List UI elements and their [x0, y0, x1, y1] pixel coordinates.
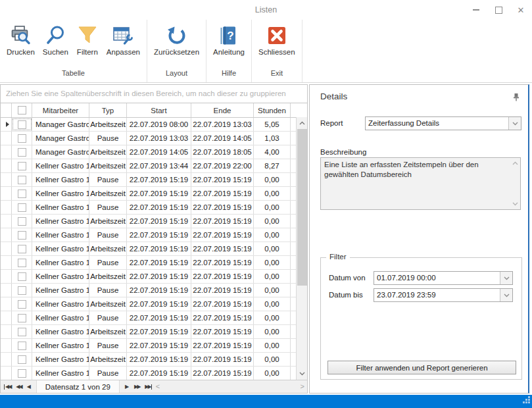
pin-icon[interactable]	[512, 92, 520, 104]
vertical-scrollbar[interactable]	[296, 117, 307, 380]
anleitung-button[interactable]: ? Anleitung	[209, 23, 249, 57]
row-select-cell[interactable]	[12, 132, 32, 145]
column-header-stunden[interactable]: Stunden	[254, 103, 291, 117]
column-header-ende[interactable]: Ende	[191, 103, 254, 117]
column-header-start[interactable]: Start	[127, 103, 191, 117]
datum-von-dropdown[interactable]: 01.07.2019 00:00	[374, 271, 513, 285]
row-checkbox[interactable]	[18, 259, 26, 267]
header-select-all-cell[interactable]	[12, 103, 32, 117]
table-row[interactable]: Kellner Gastro 1 Arbeitszeit 22.07.2019 …	[1, 159, 296, 173]
row-checkbox[interactable]	[18, 217, 26, 226]
row-select-cell[interactable]	[12, 201, 32, 214]
table-row[interactable]: Kellner Gastro 1 Pause 22.07.2019 15:19 …	[1, 173, 296, 187]
row-select-cell[interactable]	[12, 284, 32, 297]
row-select-cell[interactable]	[12, 215, 32, 228]
select-all-checkbox[interactable]	[18, 106, 26, 115]
ribbon-group-hilfe: ? Anleitung Hilfe	[206, 20, 252, 82]
suchen-button[interactable]: Suchen	[39, 23, 72, 57]
table-row[interactable]: Kellner Gastro 1 Pause 22.07.2019 15:19 …	[1, 201, 296, 215]
row-select-cell[interactable]	[12, 325, 32, 338]
table-row[interactable]: Kellner Gastro 1 Arbeitszeit 22.07.2019 …	[1, 187, 296, 201]
row-checkbox[interactable]	[18, 134, 26, 143]
row-select-cell[interactable]	[12, 173, 32, 186]
row-checkbox[interactable]	[18, 190, 26, 198]
row-checkbox[interactable]	[18, 120, 26, 129]
table-row[interactable]: Kellner Gastro 1 Arbeitszeit 22.07.2019 …	[1, 270, 296, 284]
report-dropdown-button[interactable]	[508, 117, 521, 130]
scroll-down-icon[interactable]	[297, 369, 307, 379]
row-checkbox[interactable]	[18, 369, 26, 378]
row-select-cell[interactable]	[12, 353, 32, 366]
row-select-cell[interactable]	[12, 228, 32, 242]
row-checkbox[interactable]	[18, 203, 26, 212]
table-row[interactable]: Kellner Gastro 1 Pause 22.07.2019 15:19 …	[1, 228, 296, 242]
table-row[interactable]: Kellner Gastro 1 Arbeitszeit 22.07.2019 …	[1, 297, 296, 311]
datum-von-dropdown-button[interactable]	[500, 272, 512, 284]
row-checkbox[interactable]	[18, 231, 26, 240]
row-select-cell[interactable]	[12, 242, 32, 255]
nav-first-icon[interactable]: ◀◀	[4, 384, 13, 390]
table-row[interactable]: Kellner Gastro 1 Arbeitszeit 22.07.2019 …	[1, 242, 296, 256]
row-select-cell[interactable]	[12, 159, 32, 172]
schliessen-button[interactable]: Schliessen	[254, 23, 299, 57]
desc-scroll-up-icon[interactable]	[511, 159, 519, 167]
close-icon[interactable]: ✕	[516, 5, 525, 14]
filtern-button[interactable]: Filtern	[72, 23, 103, 57]
table-row[interactable]: Kellner Gastro 1 Arbeitszeit 22.07.2019 …	[1, 353, 296, 367]
row-checkbox[interactable]	[18, 245, 26, 253]
row-select-cell[interactable]	[12, 256, 32, 269]
row-select-cell[interactable]	[12, 367, 32, 380]
table-row[interactable]: Kellner Gastro 1 Pause 22.07.2019 15:19 …	[1, 339, 296, 353]
row-checkbox[interactable]	[18, 328, 26, 336]
anpassen-button[interactable]: Anpassen	[103, 23, 144, 57]
row-checkbox[interactable]	[18, 148, 26, 157]
zuruecksetzen-button[interactable]: Zurücksetzen	[150, 23, 203, 57]
nav-next-page-icon[interactable]: ▶▶	[132, 384, 142, 390]
row-select-cell[interactable]	[12, 270, 32, 283]
row-select-cell[interactable]	[12, 339, 32, 352]
row-checkbox[interactable]	[18, 355, 26, 364]
table-row[interactable]: Kellner Gastro 1 Arbeitszeit 22.07.2019 …	[1, 325, 296, 339]
column-header-typ[interactable]: Typ	[89, 103, 127, 117]
beschreibung-textbox[interactable]: Eine Liste an erfassten Zeitstempeln übe…	[320, 157, 521, 210]
row-select-cell[interactable]	[12, 187, 32, 200]
table-row[interactable]: Kellner Gastro 1 Pause 22.07.2019 15:19 …	[1, 256, 296, 270]
row-indicator-cell	[1, 201, 12, 214]
table-row[interactable]: Kellner Gastro 1 Pause 22.07.2019 15:19 …	[1, 311, 296, 325]
table-row[interactable]: Manager Gastro Arbeitszeit 22.07.2019 08…	[1, 118, 296, 132]
maximize-icon[interactable]	[494, 5, 503, 14]
row-checkbox[interactable]	[18, 342, 26, 350]
row-checkbox[interactable]	[18, 272, 26, 281]
scrollbar-thumb[interactable]	[297, 129, 307, 286]
report-dropdown[interactable]: Zeiterfassung Details	[365, 116, 521, 130]
datum-bis-dropdown[interactable]: 23.07.2019 23:59	[374, 288, 513, 302]
row-checkbox[interactable]	[18, 300, 26, 309]
hscroll-left-icon[interactable]: <	[153, 383, 162, 390]
scroll-up-icon[interactable]	[297, 118, 307, 128]
nav-prev-page-icon[interactable]: ◀◀	[13, 384, 24, 390]
nav-prev-icon[interactable]: ◀	[24, 384, 34, 390]
table-row[interactable]: Manager Gastro Arbeitszeit 22.07.2019 14…	[1, 145, 296, 159]
row-select-cell[interactable]	[12, 297, 32, 311]
row-checkbox[interactable]	[18, 286, 26, 295]
drucken-button[interactable]: Drucken	[3, 23, 39, 57]
apply-filter-button[interactable]: Filter anwenden und Report generieren	[327, 361, 516, 374]
datum-bis-dropdown-button[interactable]	[500, 289, 512, 301]
nav-next-icon[interactable]: ▶	[122, 384, 132, 390]
hscroll-right-icon[interactable]: >	[298, 383, 307, 390]
row-checkbox[interactable]	[18, 162, 26, 170]
row-select-cell[interactable]	[12, 311, 32, 324]
table-row[interactable]: Kellner Gastro 1 Pause 22.07.2019 15:19 …	[1, 367, 296, 380]
resize-grip-icon[interactable]	[521, 394, 530, 406]
nav-last-icon[interactable]: ▶▶	[142, 384, 151, 390]
table-row[interactable]: Kellner Gastro 1 Arbeitszeit 22.07.2019 …	[1, 215, 296, 228]
minimize-icon[interactable]	[472, 5, 481, 14]
row-checkbox[interactable]	[18, 314, 26, 322]
desc-scroll-down-icon[interactable]	[511, 200, 519, 208]
table-row[interactable]: Manager Gastro Pause 22.07.2019 13:03 22…	[1, 132, 296, 145]
row-select-cell[interactable]	[12, 145, 32, 159]
column-header-mitarbeiter[interactable]: Mitarbeiter	[32, 103, 89, 117]
row-checkbox[interactable]	[18, 176, 26, 184]
row-select-cell[interactable]	[12, 118, 32, 131]
table-row[interactable]: Kellner Gastro 1 Pause 22.07.2019 15:19 …	[1, 284, 296, 297]
